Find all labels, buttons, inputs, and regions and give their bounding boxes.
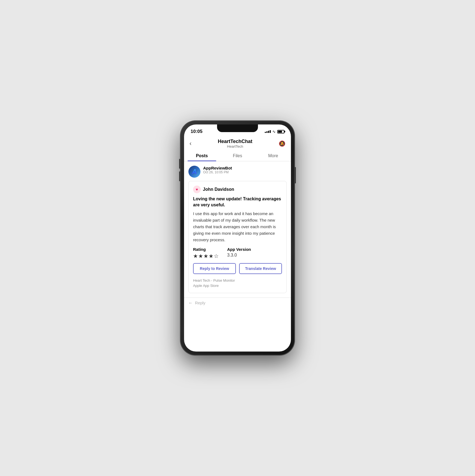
- battery-icon: [277, 130, 284, 133]
- reviewer-row: ♥ John Davidson: [193, 186, 282, 193]
- tabs: Posts Files More: [184, 151, 291, 161]
- team-name: HeartTech: [218, 144, 252, 148]
- mute-bell-button[interactable]: 🔕: [278, 139, 287, 148]
- review-footer-line2: Apple App Store: [193, 283, 282, 288]
- version-col: App Version 3.3.0: [227, 247, 251, 259]
- version-value: 3.3.0: [227, 253, 251, 258]
- rating-col: Rating ★★★★☆: [193, 247, 219, 259]
- rating-stars: ★★★★☆: [193, 253, 219, 259]
- power-button[interactable]: [295, 167, 296, 183]
- heart-icon: ♥: [193, 186, 201, 193]
- reply-icon: ←: [188, 301, 193, 305]
- reply-placeholder[interactable]: Reply: [195, 301, 205, 305]
- signal-icon: [265, 130, 271, 133]
- bot-time: Oct 26, 10:05 PM: [203, 170, 232, 174]
- tab-files[interactable]: Files: [220, 151, 255, 161]
- bot-avatar: A: [188, 166, 200, 178]
- review-card: ♥ John Davidson Loving the new update! T…: [188, 181, 287, 293]
- bot-message: A AppReviewBot Oct 26, 10:05 PM: [188, 166, 287, 178]
- translate-review-button[interactable]: Translate Review: [239, 263, 282, 274]
- reply-bar: ← Reply: [184, 297, 291, 308]
- reviewer-name: John Davidson: [203, 187, 234, 192]
- wifi-icon: ∿: [272, 129, 276, 134]
- status-icons: ∿: [265, 129, 284, 134]
- status-time: 10:05: [191, 129, 202, 134]
- bot-name: AppReviewBot: [203, 166, 232, 170]
- review-footer: Heart Tech - Pulse Monitor Apple App Sto…: [193, 278, 282, 288]
- review-footer-line1: Heart Tech - Pulse Monitor: [193, 278, 282, 283]
- chat-area: A AppReviewBot Oct 26, 10:05 PM ♥ John D…: [184, 161, 291, 297]
- review-meta: Rating ★★★★☆ App Version 3.3.0: [193, 247, 282, 259]
- tab-posts[interactable]: Posts: [184, 151, 220, 161]
- review-body: I use this app for work and it has becom…: [193, 210, 282, 243]
- review-actions: Reply to Review Translate Review: [193, 263, 282, 274]
- volume-up-button[interactable]: [179, 159, 180, 169]
- version-label: App Version: [227, 247, 251, 252]
- volume-down-button[interactable]: [179, 171, 180, 181]
- notch: [217, 124, 258, 132]
- reply-to-review-button[interactable]: Reply to Review: [193, 263, 236, 274]
- channel-name: HeartTechChat: [218, 139, 252, 144]
- phone-wrapper: 10:05 ∿ ‹ HeartTechChat HeartTech: [180, 121, 295, 355]
- bot-info: AppReviewBot Oct 26, 10:05 PM: [203, 166, 232, 178]
- review-title: Loving the new update! Tracking averages…: [193, 196, 282, 208]
- app-header: ‹ HeartTechChat HeartTech 🔕: [184, 136, 291, 148]
- bot-avatar-letter: A: [192, 168, 197, 175]
- rating-label: Rating: [193, 247, 219, 252]
- tab-more[interactable]: More: [255, 151, 291, 161]
- back-button[interactable]: ‹: [188, 139, 193, 148]
- header-title: HeartTechChat HeartTech: [218, 139, 252, 148]
- phone-screen: 10:05 ∿ ‹ HeartTechChat HeartTech: [184, 124, 291, 352]
